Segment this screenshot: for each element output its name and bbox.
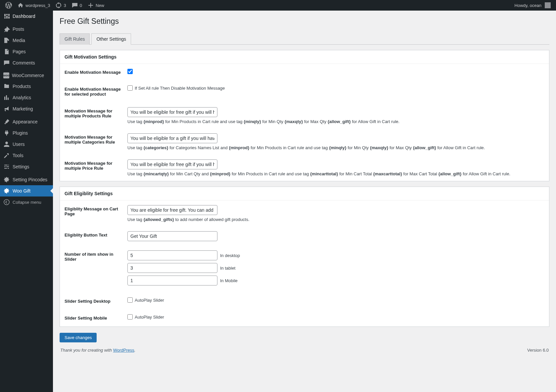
form-table: Enable Motivation Message Enable Motivat…: [60, 64, 549, 181]
save-changes-button[interactable]: Save changes: [60, 333, 97, 342]
sidebar-item-marketing[interactable]: Marketing: [0, 103, 53, 114]
comment-icon: [3, 60, 10, 66]
tab-gift-rules[interactable]: Gift Rules: [60, 33, 90, 45]
nav-tabs: Gift Rules Other Settings: [60, 33, 549, 45]
sidebar-item-label: Tools: [13, 153, 23, 158]
enable-motivation-selected-checkbox[interactable]: [127, 85, 133, 91]
sidebar-item-pages[interactable]: Pages: [0, 46, 53, 57]
enable-motivation-checkbox[interactable]: [127, 69, 133, 74]
footer-thanks: Thank you for creating with WordPress.: [60, 348, 135, 353]
field-label: Eligiblity Button Text: [60, 227, 126, 246]
slider-desktop-autoplay-checkbox[interactable]: [127, 297, 133, 303]
field-suffix: In desktop: [220, 253, 240, 258]
sidebar-item-dashboard[interactable]: Dashboard: [0, 11, 53, 22]
plus-icon: [87, 2, 94, 9]
wp-logo[interactable]: [3, 0, 15, 11]
sidebar-item-media[interactable]: Media: [0, 35, 53, 46]
page-icon: [3, 48, 10, 55]
sidebar-item-posts[interactable]: Posts: [0, 23, 53, 35]
motivation-categories-input[interactable]: [127, 133, 217, 143]
tab-other-settings[interactable]: Other Settings: [91, 33, 131, 45]
howdy-account[interactable]: Howdy, ocean: [512, 0, 553, 11]
sidebar-item-label: Products: [13, 84, 31, 89]
footer: Thank you for creating with WordPress. V…: [60, 342, 549, 353]
admin-sidebar: Dashboard Posts Media Pages Comments woo…: [0, 11, 53, 392]
field-label: Number of item show in Slider: [60, 246, 126, 293]
site-name[interactable]: wordpress_3: [15, 0, 53, 11]
sidebar-item-woo-gift[interactable]: Woo Gift: [0, 185, 53, 196]
brush-icon: [3, 118, 10, 125]
dashboard-icon: [3, 13, 10, 20]
field-label: Motivation Message for multiple Price Ru…: [60, 155, 126, 181]
analytics-icon: [3, 94, 10, 101]
megaphone-icon: [3, 106, 10, 112]
slider-mobile-input[interactable]: [127, 276, 217, 285]
admin-toolbar: wordpress_3 3 0 New Howdy, ocean: [0, 0, 556, 11]
comments-count: 0: [80, 3, 82, 8]
panel-header: Gift Eligiblity Settings: [60, 187, 549, 200]
panel-eligibility: Gift Eligiblity Settings Eligiblity Mess…: [60, 187, 549, 327]
site-name-label: wordpress_3: [25, 3, 50, 8]
slider-mobile-autoplay-checkbox[interactable]: [127, 314, 133, 320]
motivation-products-input[interactable]: [127, 107, 217, 117]
sidebar-item-label: Marketing: [13, 106, 33, 111]
howdy-label: Howdy, ocean: [515, 3, 541, 8]
updates[interactable]: 3: [53, 0, 69, 11]
sidebar-collapse[interactable]: Collapse menu: [0, 196, 53, 208]
sidebar-item-plugins[interactable]: Plugins: [0, 127, 53, 139]
sidebar-item-label: Comments: [13, 60, 35, 65]
field-label: Enable Motivation Message: [60, 64, 126, 81]
products-icon: [3, 83, 10, 90]
sliders-icon: [3, 163, 10, 170]
sidebar-item-label: Setting Pincodes: [13, 177, 47, 182]
field-suffix: In Mobile: [220, 278, 238, 283]
plug-icon: [3, 130, 10, 136]
eligibility-cart-msg-input[interactable]: [127, 205, 217, 215]
checkbox-label: AutoPlay Slider: [135, 298, 164, 303]
sidebar-item-tools[interactable]: Tools: [0, 150, 53, 161]
panel-header: Gift Motivation Settings: [60, 50, 549, 64]
field-desc: Use tag {mincartqty} for Min Cart Qty an…: [127, 171, 544, 176]
sidebar-item-label: Posts: [13, 26, 24, 32]
slider-mobile-autoplay-wrap[interactable]: AutoPlay Slider: [127, 314, 164, 320]
comment-icon: [71, 2, 78, 9]
field-desc: Use tag {minprod} for Min Products in Ca…: [127, 119, 544, 124]
sidebar-item-users[interactable]: Users: [0, 139, 53, 150]
field-desc: Use tag {allowed_gifts} to add number of…: [127, 217, 544, 222]
slider-desktop-input[interactable]: [127, 250, 217, 260]
field-label: Slider Setting Desktop: [60, 293, 126, 310]
sidebar-item-comments[interactable]: Comments: [0, 57, 53, 68]
footer-version: Version 6.0: [527, 348, 549, 353]
panel-motivation: Gift Motivation Settings Enable Motivati…: [60, 50, 549, 181]
sidebar-item-woocommerce[interactable]: wooWooCommerce: [0, 70, 53, 81]
comments[interactable]: 0: [69, 0, 85, 11]
sidebar-item-analytics[interactable]: Analytics: [0, 92, 53, 103]
sidebar-item-label: WooCommerce: [12, 73, 44, 78]
sidebar-item-label: Collapse menu: [13, 200, 41, 205]
svg-point-0: [4, 199, 9, 205]
checkbox-label: AutoPlay Slider: [135, 315, 164, 320]
enable-motivation-selected-wrap[interactable]: If Set All rule Then Disable Motivation …: [127, 85, 225, 91]
form-table: Eligiblity Message on Cart Page Use tag …: [60, 200, 549, 327]
sidebar-item-setting-pincodes[interactable]: Setting Pincodes: [0, 174, 53, 185]
sidebar-item-appearance[interactable]: Appearance: [0, 116, 53, 127]
avatar: [545, 2, 551, 8]
woo-icon: woo: [3, 72, 9, 78]
wordpress-link[interactable]: WordPress: [113, 348, 134, 353]
motivation-price-input[interactable]: [127, 159, 217, 169]
slider-tablet-input[interactable]: [127, 263, 217, 273]
sidebar-item-settings[interactable]: Settings: [0, 161, 53, 172]
sidebar-item-products[interactable]: Products: [0, 81, 53, 92]
eligibility-button-text-input[interactable]: [127, 231, 217, 241]
updates-count: 3: [64, 3, 66, 8]
field-label: Enable Motivation Message for selected p…: [60, 81, 126, 103]
field-label: Eligiblity Message on Cart Page: [60, 200, 126, 227]
slider-desktop-autoplay-wrap[interactable]: AutoPlay Slider: [127, 297, 164, 303]
new[interactable]: New: [85, 0, 107, 11]
media-icon: [3, 37, 10, 44]
sidebar-item-label: Settings: [13, 164, 29, 169]
wrench-icon: [3, 152, 10, 159]
main-content: Free Gift Settings Gift Rules Other Sett…: [53, 11, 556, 392]
wordpress-icon: [5, 2, 12, 9]
field-label: Motivation Message for multiple Categori…: [60, 129, 126, 155]
